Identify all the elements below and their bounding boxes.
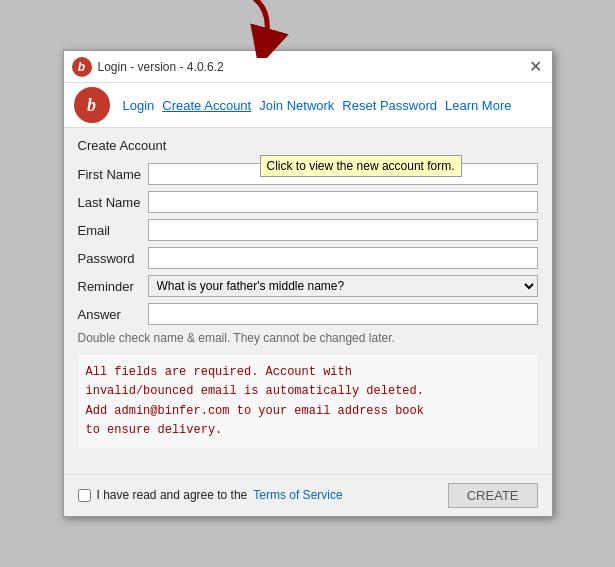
tooltip: Click to view the new account form. <box>260 155 462 177</box>
info-line-3: Add admin@binfer.com to your email addre… <box>86 404 424 418</box>
email-input[interactable] <box>148 219 538 241</box>
warning-text: Double check name & email. They cannot b… <box>78 331 538 345</box>
reminder-row: Reminder What is your father's middle na… <box>78 275 538 297</box>
last-name-label: Last Name <box>78 195 148 210</box>
last-name-row: Last Name <box>78 191 538 213</box>
tos-link[interactable]: Terms of Service <box>253 488 342 502</box>
answer-input[interactable] <box>148 303 538 325</box>
title-bar: b Login - version - 4.0.6.2 ✕ <box>64 51 552 83</box>
email-label: Email <box>78 223 148 238</box>
password-label: Password <box>78 251 148 266</box>
nav-link-join-network[interactable]: Join Network <box>256 96 337 115</box>
reminder-label: Reminder <box>78 279 148 294</box>
email-row: Email <box>78 219 538 241</box>
nav-link-reset-password[interactable]: Reset Password <box>339 96 440 115</box>
password-input[interactable] <box>148 247 538 269</box>
nav-link-create-account[interactable]: Create Account <box>159 96 254 115</box>
create-button[interactable]: CREATE <box>448 483 538 508</box>
info-line-4: to ensure delivery. <box>86 423 223 437</box>
last-name-input[interactable] <box>148 191 538 213</box>
nav-bar: b Login Create Account Join Network Rese… <box>64 83 552 128</box>
footer: I have read and agree to the Terms of Se… <box>64 474 552 516</box>
info-line-1: All fields are required. Account with <box>86 365 352 379</box>
answer-row: Answer <box>78 303 538 325</box>
nav-link-learn-more[interactable]: Learn More <box>442 96 514 115</box>
password-row: Password <box>78 247 538 269</box>
tos-checkbox[interactable] <box>78 489 91 502</box>
first-name-label: First Name <box>78 167 148 182</box>
answer-label: Answer <box>78 307 148 322</box>
close-button[interactable]: ✕ <box>527 59 544 75</box>
form-content: Create Account First Name Last Name Emai… <box>64 128 552 474</box>
app-icon: b <box>72 57 92 77</box>
nav-link-login[interactable]: Login <box>120 96 158 115</box>
window-title: Login - version - 4.0.6.2 <box>98 60 224 74</box>
info-line-2: invalid/bounced email is automatically d… <box>86 384 424 398</box>
nav-links: Login Create Account Join Network Reset … <box>120 96 515 115</box>
logo: b <box>74 87 110 123</box>
info-box: All fields are required. Account with in… <box>78 355 538 448</box>
footer-label: I have read and agree to the <box>97 488 248 502</box>
section-title: Create Account <box>78 138 538 153</box>
main-window: b Login - version - 4.0.6.2 ✕ b Login Cr… <box>63 50 553 517</box>
reminder-select[interactable]: What is your father's middle name? What … <box>148 275 538 297</box>
